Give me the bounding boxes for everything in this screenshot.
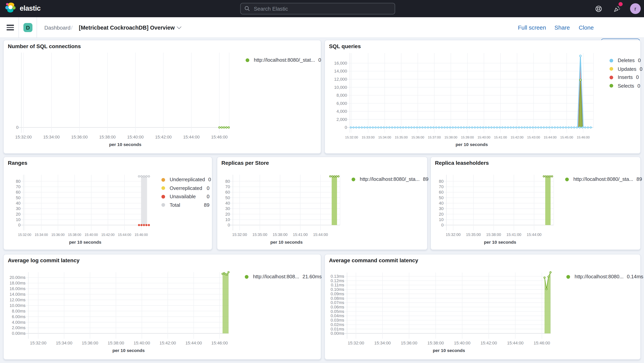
svg-text:0.12ms: 0.12ms xyxy=(330,278,344,283)
svg-text:15:40:00: 15:40:00 xyxy=(134,340,150,345)
svg-text:10,000: 10,000 xyxy=(334,85,347,90)
user-avatar[interactable]: r xyxy=(630,3,641,14)
legend-item[interactable]: Updates0 xyxy=(610,66,638,72)
svg-text:per 10 seconds: per 10 seconds xyxy=(433,348,465,353)
legend-series-value: 0 xyxy=(205,177,211,183)
svg-text:0.09ms: 0.09ms xyxy=(330,292,344,296)
chart-replica-leaseholders[interactable]: 0102030405060708015:32:0015:35:0015:38:0… xyxy=(431,157,641,250)
svg-text:0.13ms: 0.13ms xyxy=(330,274,344,279)
svg-text:15:44:00: 15:44:00 xyxy=(183,135,200,139)
svg-text:15:33:00: 15:33:00 xyxy=(362,135,375,139)
search-input[interactable] xyxy=(253,5,391,12)
space-badge[interactable]: D xyxy=(24,23,32,32)
share-button[interactable]: Share xyxy=(552,17,572,38)
legend-item[interactable]: Total89 xyxy=(161,202,210,208)
legend-item[interactable]: http://localhost:8080/_sta...89 xyxy=(565,176,638,182)
svg-text:60: 60 xyxy=(439,190,444,195)
top-header-bar: elastic xyxy=(0,0,644,17)
legend-series-label: Updates xyxy=(618,66,636,72)
legend-series-value: 0.14ms xyxy=(624,274,643,280)
legend-item[interactable]: Inserts0 xyxy=(610,75,638,80)
legend-item[interactable]: Underreplicated0 xyxy=(161,177,210,183)
svg-text:10: 10 xyxy=(439,217,444,222)
dashboard-title[interactable]: [Metricbeat CockroachDB] Overview xyxy=(76,17,183,38)
svg-text:per 10 seconds: per 10 seconds xyxy=(112,348,145,353)
breadcrumb-dashboard[interactable]: Dashboard xyxy=(42,17,73,38)
chart-average-log-commit-latency[interactable]: 0.00ms2.00ms4.00ms6.00ms8.00ms10.00ms12.… xyxy=(4,254,322,360)
svg-text:15:42:00: 15:42:00 xyxy=(510,135,524,139)
chart-replicas-per-store[interactable]: 0102030405060708015:32:0015:35:0015:38:0… xyxy=(217,157,428,250)
full-screen-button[interactable]: Full screen xyxy=(516,17,548,38)
legend-series-value: 0 xyxy=(204,194,210,199)
page-title: [Metricbeat CockroachDB] Overview xyxy=(79,24,175,31)
svg-text:15:46:00: 15:46:00 xyxy=(577,135,590,139)
svg-text:6,000: 6,000 xyxy=(336,101,347,106)
svg-text:0.05ms: 0.05ms xyxy=(330,309,344,314)
legend-series-value: 0 xyxy=(634,83,640,89)
svg-text:10: 10 xyxy=(16,217,20,222)
svg-text:15:32:00: 15:32:00 xyxy=(18,233,31,237)
svg-text:60: 60 xyxy=(16,190,20,195)
svg-text:80: 80 xyxy=(439,179,444,184)
menu-hamburger-icon[interactable] xyxy=(6,23,15,33)
chevron-down-icon xyxy=(177,24,182,29)
chart-sql-queries[interactable]: 02,0004,0006,0008,00010,00012,00014,0001… xyxy=(325,40,641,154)
legend-series-dot-icon xyxy=(245,275,248,278)
svg-text:50: 50 xyxy=(16,195,20,200)
svg-text:0.07ms: 0.07ms xyxy=(330,300,344,305)
svg-text:40: 40 xyxy=(225,201,230,206)
svg-text:per 10 seconds: per 10 seconds xyxy=(484,240,516,245)
svg-text:0.10ms: 0.10ms xyxy=(330,287,344,292)
brand-name: elastic xyxy=(20,5,40,13)
legend-series-value: 21.60ms xyxy=(299,274,322,280)
svg-text:4.00ms: 4.00ms xyxy=(12,320,25,325)
svg-text:15:42:00: 15:42:00 xyxy=(480,340,497,345)
chart-average-command-commit-latency[interactable]: 0.00ms0.01ms0.02ms0.03ms0.04ms0.05ms0.06… xyxy=(325,254,641,360)
svg-text:16.00ms: 16.00ms xyxy=(10,286,25,291)
svg-text:0.04ms: 0.04ms xyxy=(330,313,344,318)
svg-text:15:34:00: 15:34:00 xyxy=(34,233,48,237)
svg-text:80: 80 xyxy=(16,179,20,184)
legend-series-label: http://localhost:808... xyxy=(253,274,299,280)
legend-item[interactable]: Overreplicated0 xyxy=(161,185,210,191)
legend-series-label: http://localhost:8080/_sta... xyxy=(573,176,633,182)
legend-series-dot-icon xyxy=(610,75,613,79)
panel-sql-queries: SQL queries02,0004,0006,0008,00010,00012… xyxy=(324,40,641,154)
svg-text:14.00ms: 14.00ms xyxy=(10,292,25,297)
svg-text:0.08ms: 0.08ms xyxy=(330,296,344,301)
legend-item[interactable]: Selects0 xyxy=(610,83,638,89)
legend-series-value: 0 xyxy=(636,66,642,72)
legend-item[interactable]: http://localhost:808...21.60ms xyxy=(245,274,318,280)
elastic-brand[interactable]: elastic xyxy=(5,3,41,15)
svg-text:12,000: 12,000 xyxy=(334,77,347,82)
legend-series-value: 0 xyxy=(204,185,210,191)
legend-item[interactable]: Deletes0 xyxy=(610,58,638,64)
divider xyxy=(36,17,37,38)
svg-text:20: 20 xyxy=(225,212,230,217)
svg-text:15:39:00: 15:39:00 xyxy=(461,135,474,139)
svg-text:20: 20 xyxy=(439,212,444,217)
svg-text:per 10 seconds: per 10 seconds xyxy=(109,142,142,147)
svg-text:15:36:00: 15:36:00 xyxy=(401,340,417,345)
svg-text:15:32:00: 15:32:00 xyxy=(345,135,358,139)
legend-item[interactable]: Unavailable0 xyxy=(161,194,210,199)
toolbar: D Dashboard / [Metricbeat CockroachDB] O… xyxy=(0,17,644,38)
search-icon xyxy=(244,6,250,12)
legend-item[interactable]: http://localhost:8080/_sta...89 xyxy=(352,176,425,182)
global-search[interactable] xyxy=(240,3,395,15)
svg-text:15:40:00: 15:40:00 xyxy=(127,135,144,139)
legend-series-dot-icon xyxy=(161,203,165,207)
svg-text:15:44:00: 15:44:00 xyxy=(507,340,524,345)
legend-item[interactable]: http://localhost:8080/_stat...0 xyxy=(246,57,318,63)
svg-text:0: 0 xyxy=(441,223,444,227)
help-icon[interactable] xyxy=(592,3,604,15)
legend-series-label: Underreplicated xyxy=(170,177,205,183)
svg-text:2,000: 2,000 xyxy=(336,117,347,122)
clone-button[interactable]: Clone xyxy=(576,17,596,38)
svg-text:15:34:00: 15:34:00 xyxy=(56,340,72,345)
panel-number-of-sql-connections: Number of SQL connections015:32:0015:34:… xyxy=(3,40,321,154)
legend-series-label: http://localhost:8080/_sta... xyxy=(360,176,420,182)
svg-text:8,000: 8,000 xyxy=(336,93,347,98)
svg-text:8.00ms: 8.00ms xyxy=(12,309,25,313)
legend-item[interactable]: http://localhost:8080...0.14ms xyxy=(566,274,638,280)
